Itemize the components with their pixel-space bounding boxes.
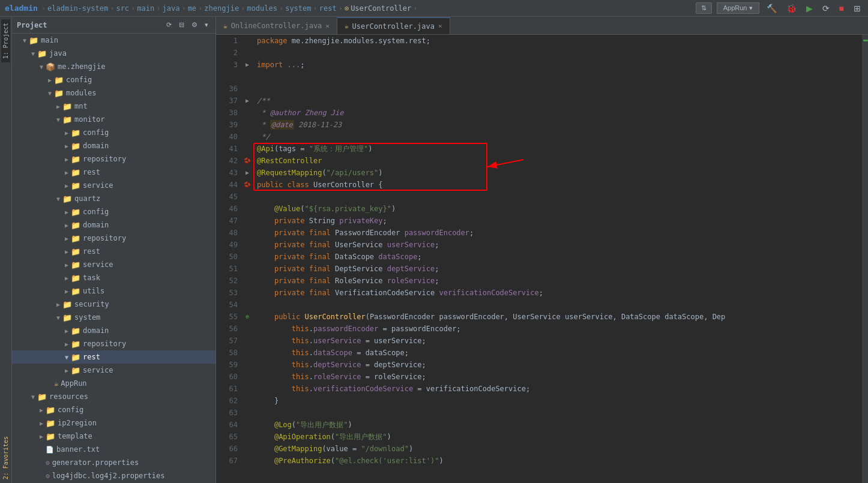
tree-item-quartz-domain[interactable]: ▶ 📁 domain (12, 218, 215, 232)
code-line-64: @Log("导出用户数据") (253, 419, 862, 431)
breadcrumb-src: src (116, 4, 129, 13)
editor-area: ☕ OnlineController.java × ☕ UserControll… (216, 17, 868, 483)
tree-item-generator[interactable]: ⚙ generator.properties (12, 456, 215, 469)
tree-item-ip2region[interactable]: ▶ 📁 ip2region (12, 416, 215, 430)
tree-item-security[interactable]: ▶ 📁 security (12, 298, 215, 311)
tree-item-quartz-utils[interactable]: ▶ 📁 utils (12, 284, 215, 298)
code-col[interactable]: package me.zhengjie.modules.system.rest;… (253, 35, 862, 483)
code-line-56: this.passwordEncoder = passwordEncoder; (253, 323, 862, 335)
tree-item-modules[interactable]: ▼ 📁 modules (12, 86, 215, 100)
code-line-59: this.deptService = deptService; (253, 359, 862, 371)
tree-item-java[interactable]: ▼ 📁 java (12, 47, 215, 60)
tree-item-quartz-repository[interactable]: ▶ 📁 repository (12, 232, 215, 245)
sidebar-sync-btn[interactable]: ⟳ (164, 20, 174, 30)
tree-item-system-rest[interactable]: ▼ 📁 rest (12, 350, 215, 364)
tree-item-template[interactable]: ▶ 📁 template (12, 430, 215, 443)
tab-online-controller[interactable]: ☕ OnlineController.java × (216, 17, 337, 34)
debug-button[interactable]: 🐞 (784, 2, 799, 14)
code-line-43: @RequestMapping("/api/users") (253, 167, 862, 179)
gutter-col: ▶ ▶ 🫘 ▶ 🫘 ⊕ (241, 35, 253, 483)
tree-item-monitor-repository[interactable]: ▶ 📁 repository (12, 152, 215, 166)
breadcrumb: › eladmin-system › src › main › java › m… (41, 4, 418, 13)
code-line-36 (253, 83, 862, 95)
tree-item-config1[interactable]: ▶ 📁 config (12, 73, 215, 86)
sidebar-more-btn[interactable]: ▾ (202, 20, 211, 30)
tree-item-monitor[interactable]: ▼ 📁 monitor (12, 113, 215, 126)
code-line-47: private String privateKey; (253, 215, 862, 227)
tree-item-system-domain[interactable]: ▶ 📁 domain (12, 324, 215, 337)
build-button[interactable]: 🔨 (764, 2, 779, 14)
tree-item-resources[interactable]: ▼ 📁 resources (12, 390, 215, 403)
right-scrollbar[interactable] (862, 35, 868, 483)
breadcrumb-controller-name: UserController (351, 4, 411, 13)
code-line-44: public class UserController { (253, 179, 862, 191)
code-line-57: this.userService = userService; (253, 335, 862, 347)
sidebar-collapse-btn[interactable]: ⊟ (176, 20, 187, 30)
tree-item-quartz-rest[interactable]: ▶ 📁 rest (12, 245, 215, 258)
tree-item-quartz-task[interactable]: ▶ 📁 task (12, 271, 215, 284)
tree-item-mnt[interactable]: ▶ 📁 mnt (12, 100, 215, 113)
title-bar: eladmin › eladmin-system › src › main › … (0, 0, 868, 17)
code-line-55: public UserController(PasswordEncoder pa… (253, 311, 862, 323)
sidebar: Project ⟳ ⊟ ⚙ ▾ ▼ 📁 main ▼ 📁 java (12, 17, 216, 483)
sidebar-title: Project (17, 21, 47, 29)
sidebar-settings-btn[interactable]: ⚙ (189, 20, 200, 30)
code-line-48: private final PasswordEncoder passwordEn… (253, 227, 862, 239)
tree-item-apprun[interactable]: ☕ AppRun (12, 377, 215, 390)
tree-item-system[interactable]: ▼ 📁 system (12, 311, 215, 324)
tab-close-1[interactable]: × (325, 22, 330, 30)
sort-button[interactable]: ⇅ (696, 2, 712, 14)
breadcrumb-java: java (162, 4, 179, 13)
code-line-49: private final UserService userService; (253, 239, 862, 251)
tree-item-main[interactable]: ▼ 📁 main (12, 34, 215, 47)
tree-item-monitor-service[interactable]: ▶ 📁 service (12, 179, 215, 192)
tab-user-controller[interactable]: ☕ UserController.java × (337, 17, 450, 34)
code-line-61: this.verificationCodeService = verificat… (253, 383, 862, 395)
tree-item-res-config[interactable]: ▶ 📁 config (12, 403, 215, 416)
tree-item-banner[interactable]: 📄 banner.txt (12, 443, 215, 456)
settings-button[interactable]: ⊞ (851, 2, 863, 14)
stop-button[interactable]: ■ (837, 2, 846, 14)
breadcrumb-me: me (188, 4, 196, 13)
breadcrumb-controller: ⊙ (345, 4, 349, 13)
breadcrumb-zhengjie: zhengjie (204, 4, 239, 13)
app-logo: eladmin (5, 4, 38, 13)
tree-item-quartz-service[interactable]: ▶ 📁 service (12, 258, 215, 271)
tabs-bar: ☕ OnlineController.java × ☕ UserControll… (216, 17, 868, 35)
left-sidebar-tabs: 1: Project 2: Favorites (0, 17, 12, 483)
tree-item-mezhengjie[interactable]: ▼ 📦 me.zhengjie (12, 60, 215, 73)
breadcrumb-modules: modules (247, 4, 277, 13)
tree-item-system-repository[interactable]: ▶ 📁 repository (12, 337, 215, 350)
tree-item-monitor-config[interactable]: ▶ 📁 config (12, 126, 215, 139)
code-line-66: @GetMapping(value = "/download") (253, 443, 862, 455)
code-line-67: @PreAuthorize("@el.check('user:list')") (253, 455, 862, 467)
tree-item-quartz[interactable]: ▼ 📁 quartz (12, 192, 215, 205)
tree-item-quartz-config[interactable]: ▶ 📁 config (12, 205, 215, 218)
code-line-52: private final RoleService roleService; (253, 275, 862, 287)
breadcrumb-system: eladmin-system (47, 4, 108, 13)
code-line-38: * @author Zheng Jie (253, 107, 862, 119)
run-button[interactable]: ▶ (804, 2, 815, 14)
favorites-tab-btn[interactable]: 2: Favorites (1, 433, 10, 483)
code-line-1: package me.zhengjie.modules.system.rest; (253, 35, 862, 47)
tab-icon-1: ☕ (223, 22, 228, 30)
code-line-50: private final DataScope dataScope; (253, 251, 862, 263)
tree-item-monitor-domain[interactable]: ▶ 📁 domain (12, 139, 215, 152)
tree-item-system-service[interactable]: ▶ 📁 service (12, 364, 215, 377)
code-line-65: @ApiOperation("导出用户数据") (253, 431, 862, 443)
tree-item-monitor-rest[interactable]: ▶ 📁 rest (12, 166, 215, 179)
coverage-button[interactable]: ⟳ (820, 2, 832, 14)
code-line-60: this.roleService = roleService; (253, 371, 862, 383)
breadcrumb-main: main (137, 4, 154, 13)
tab-close-2[interactable]: × (438, 22, 442, 30)
code-line-63 (253, 407, 862, 419)
project-tab-btn[interactable]: 1: Project (1, 19, 10, 62)
code-line-62: } (253, 395, 862, 407)
tab-label-1: OnlineController.java (231, 22, 322, 30)
breadcrumb-system2: system (285, 4, 311, 13)
tree-item-log4jdbc[interactable]: ⚙ log4jdbc.log4j2.properties (12, 469, 215, 482)
apprun-button[interactable]: AppRun ▾ (717, 2, 759, 14)
code-line-blank1 (253, 71, 862, 83)
code-line-40: */ (253, 131, 862, 143)
code-line-54 (253, 299, 862, 311)
